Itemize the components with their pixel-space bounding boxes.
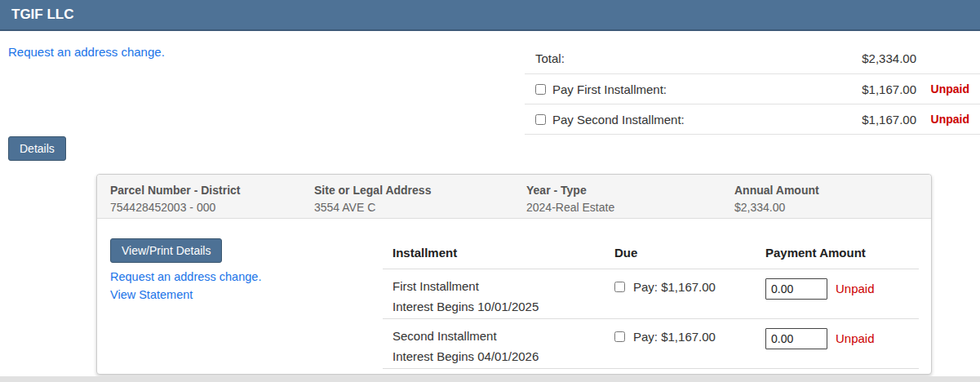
address-change-link[interactable]: Request an address change. (8, 45, 165, 59)
pay-second-installment-label: Pay Second Installment: (552, 113, 685, 127)
page-header: TGIF LLC (0, 0, 980, 31)
installment-name: Second Installment (383, 328, 609, 344)
second-installment-status-badge: Unpaid (916, 113, 980, 126)
interest-begins-text: Interest Begins 04/01/2026 (383, 349, 609, 364)
first-installment-table-row: First Installment Interest Begins 10/01/… (383, 269, 919, 319)
interest-begins-text: Interest Begins 10/01/2025 (383, 299, 609, 314)
year-type-label: Year - Type (526, 184, 734, 197)
first-installment-row-status: Unpaid (836, 282, 875, 295)
annual-amount-value: $2,334.00 (734, 201, 918, 214)
parcel-number-column: Parcel Number - District 754428452003 - … (110, 184, 314, 208)
panel-address-change-link[interactable]: Request an address change. (110, 270, 261, 283)
payment-cell: Unpaid (765, 278, 919, 318)
site-address-label: Site or Legal Address (314, 184, 526, 197)
parcel-number-value: 754428452003 - 000 (110, 201, 314, 214)
total-label: Total: (535, 51, 835, 65)
parcel-summary-header: Parcel Number - District 754428452003 - … (97, 175, 931, 219)
parcel-details-panel: Parcel Number - District 754428452003 - … (96, 174, 932, 375)
due-amount-text: Pay: $1,167.00 (633, 330, 716, 344)
installment-column-header: Installment (383, 246, 609, 260)
installment-table: Installment Due Payment Amount First Ins… (383, 219, 919, 369)
second-installment-pay-checkbox[interactable] (614, 331, 625, 342)
year-type-column: Year - Type 2024-Real Estate (526, 184, 734, 208)
pay-first-installment-label: Pay First Installment: (552, 82, 667, 96)
page-bottom-edge (0, 376, 980, 382)
total-amount: $2,334.00 (835, 51, 916, 65)
installment-cell: Second Installment Interest Begins 04/01… (383, 328, 609, 368)
second-installment-amount: $1,167.00 (835, 113, 916, 127)
installment-table-header: Installment Due Payment Amount (383, 219, 919, 269)
totals-section: Total: $2,334.00 Pay First Installment: … (525, 43, 980, 135)
due-column-header: Due (609, 246, 765, 260)
first-installment-payment-input[interactable] (765, 278, 827, 300)
view-statement-link[interactable]: View Statement (110, 288, 261, 301)
first-installment-status-badge: Unpaid (916, 82, 980, 96)
parcel-number-label: Parcel Number - District (110, 184, 314, 197)
total-row: Total: $2,334.00 (525, 43, 980, 74)
year-type-value: 2024-Real Estate (526, 201, 734, 214)
pay-second-installment-row: Pay Second Installment: $1,167.00 Unpaid (525, 104, 980, 135)
payment-cell: Unpaid (765, 328, 919, 368)
panel-actions: View/Print Details Request an address ch… (110, 238, 261, 301)
second-installment-row-status: Unpaid (836, 331, 875, 345)
site-address-value: 3554 AVE C (314, 201, 526, 214)
page-title: TGIF LLC (0, 0, 980, 29)
page: TGIF LLC Request an address change. Tota… (0, 0, 980, 382)
second-installment-payment-input[interactable] (765, 328, 827, 349)
due-amount-text: Pay: $1,167.00 (633, 280, 716, 294)
due-cell: Pay: $1,167.00 (609, 328, 765, 368)
annual-amount-label: Annual Amount (734, 184, 918, 197)
payment-amount-column-header: Payment Amount (765, 246, 919, 260)
site-address-column: Site or Legal Address 3554 AVE C (314, 184, 526, 208)
annual-amount-column: Annual Amount $2,334.00 (734, 184, 918, 208)
panel-body: View/Print Details Request an address ch… (97, 219, 931, 374)
pay-second-installment-checkbox[interactable] (535, 114, 546, 125)
second-installment-table-row: Second Installment Interest Begins 04/01… (383, 319, 919, 369)
pay-first-installment-row: Pay First Installment: $1,167.00 Unpaid (525, 74, 980, 104)
first-installment-amount: $1,167.00 (835, 82, 916, 96)
view-print-details-button[interactable]: View/Print Details (110, 238, 222, 263)
pay-first-installment-checkbox[interactable] (535, 84, 546, 95)
details-button[interactable]: Details (8, 136, 66, 161)
first-installment-pay-checkbox[interactable] (614, 282, 625, 292)
installment-cell: First Installment Interest Begins 10/01/… (383, 278, 609, 318)
due-cell: Pay: $1,167.00 (609, 278, 765, 318)
installment-name: First Installment (383, 278, 609, 294)
